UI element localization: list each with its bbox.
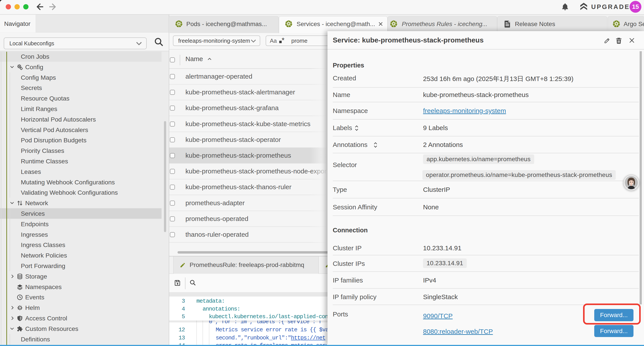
svg-text:HELM: HELM (18, 307, 22, 309)
